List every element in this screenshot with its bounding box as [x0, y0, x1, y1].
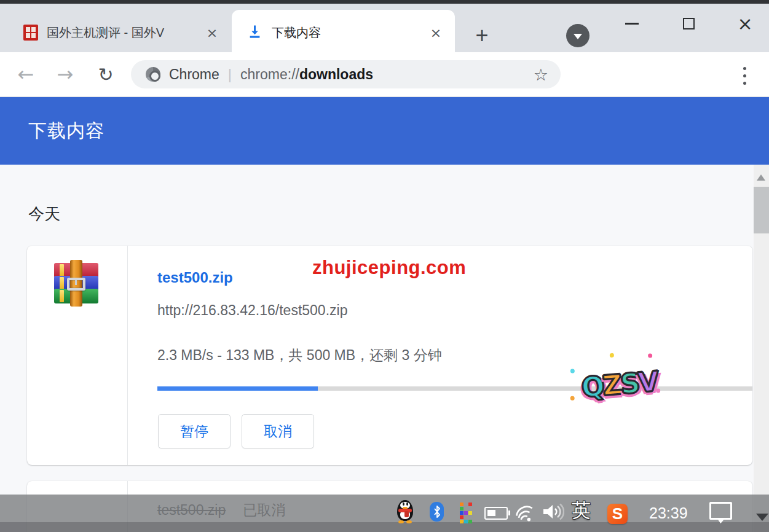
- progress-fill: [157, 386, 318, 391]
- chrome-logo-icon: [146, 67, 160, 82]
- tab-bar: 国外主机测评 - 国外V × 下载内容 × + ×: [0, 4, 769, 52]
- tab-search-button[interactable]: [566, 24, 590, 47]
- minimize-button[interactable]: [618, 11, 646, 36]
- color-grid-tray-icon[interactable]: [460, 503, 472, 523]
- download-source-url: http://216.83.42.16/test500.zip: [157, 302, 347, 319]
- pause-button[interactable]: 暂停: [158, 414, 231, 448]
- page-title: 下载内容: [28, 97, 105, 165]
- address-scheme: chrome://: [240, 66, 299, 82]
- ime-language-indicator[interactable]: 英: [572, 498, 591, 523]
- bluetooth-tray-icon[interactable]: [430, 502, 444, 522]
- red-seal-favicon-icon: [23, 25, 38, 41]
- address-separator: |: [228, 66, 232, 83]
- watermark-text: zhujiceping.com: [312, 257, 466, 279]
- wifi-icon[interactable]: [515, 502, 537, 522]
- qq-tray-icon[interactable]: [396, 500, 414, 523]
- download-filename-link[interactable]: test500.zip: [157, 269, 233, 286]
- tab-close-icon[interactable]: ×: [428, 25, 444, 41]
- bookmark-star-icon[interactable]: ☆: [534, 65, 548, 84]
- scroll-up-icon[interactable]: [757, 174, 765, 181]
- maximize-icon: [683, 18, 695, 29]
- minimize-icon: [625, 23, 639, 25]
- forward-button[interactable]: →: [49, 52, 81, 96]
- maximize-button[interactable]: [674, 11, 703, 36]
- browser-toolbar: ← → ↻ Chrome | chrome://downloads ☆: [0, 52, 769, 97]
- address-host: downloads: [299, 66, 373, 82]
- scrollbar-thumb[interactable]: [754, 187, 769, 233]
- scrollbar[interactable]: [754, 165, 769, 532]
- sogou-input-icon[interactable]: S: [607, 504, 628, 524]
- graffiti-sticker: QZSV: [580, 366, 658, 404]
- downloads-header: 下载内容: [0, 97, 769, 165]
- tab-downloads[interactable]: 下载内容 ×: [232, 10, 455, 56]
- volume-icon[interactable]: [542, 503, 564, 521]
- download-icon: [246, 23, 263, 42]
- progress-bar: [157, 386, 752, 391]
- download-item-in-progress: test500.zip zhujiceping.com http://216.8…: [27, 246, 752, 465]
- tab-close-icon[interactable]: ×: [204, 25, 220, 41]
- battery-icon[interactable]: [484, 507, 508, 520]
- download-actions: 暂停 取消: [158, 414, 314, 448]
- taskbar-clock[interactable]: 23:39: [649, 504, 688, 522]
- browser-menu-button[interactable]: [735, 63, 754, 88]
- address-site-label: Chrome: [169, 66, 219, 83]
- action-center-icon[interactable]: [709, 502, 732, 520]
- close-window-button[interactable]: ×: [731, 11, 759, 36]
- chevron-down-icon: [574, 34, 582, 39]
- new-tab-button[interactable]: +: [469, 22, 495, 49]
- taskbar-bottom-edge: [0, 522, 769, 532]
- tab-hosting-review-site[interactable]: 国外主机测评 - 国外V ×: [11, 15, 226, 50]
- download-status-text: 2.3 MB/s - 133 MB，共 500 MB，还剩 3 分钟: [157, 346, 442, 365]
- winrar-file-icon: [54, 263, 98, 303]
- screen: 国外主机测评 - 国外V × 下载内容 × + × ← → ↻ Chrome |…: [0, 0, 769, 532]
- tab-title: 下载内容: [272, 25, 422, 41]
- cancel-button[interactable]: 取消: [242, 414, 314, 448]
- back-button[interactable]: ←: [10, 52, 42, 96]
- date-group-heading: 今天: [28, 203, 60, 225]
- address-bar[interactable]: Chrome | chrome://downloads ☆: [131, 60, 561, 88]
- tab-title: 国外主机测评 - 国外V: [47, 25, 198, 41]
- tray-overflow-icon[interactable]: [756, 514, 768, 521]
- reload-button[interactable]: ↻: [90, 52, 122, 96]
